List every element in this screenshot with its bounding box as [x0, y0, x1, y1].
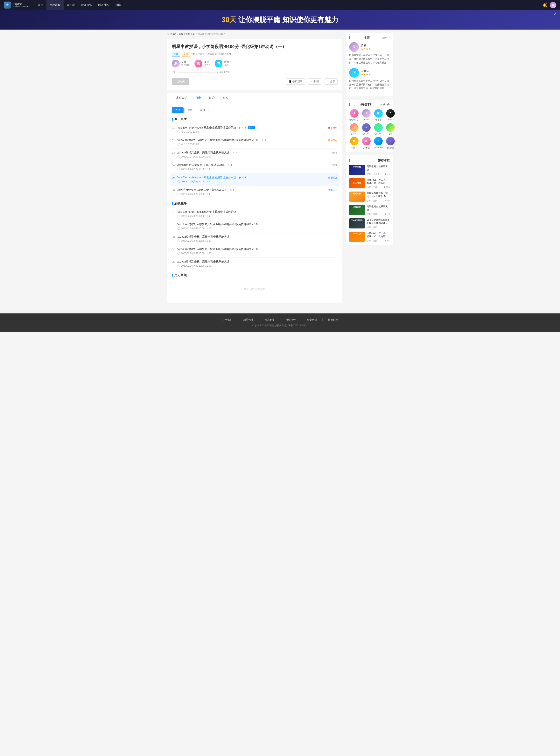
lesson-icon-edit-05[interactable]: ✎ — [242, 176, 244, 179]
nav-item-qa[interactable]: 问答社区 — [95, 0, 112, 10]
student-item-6[interactable]: 1 1567** — [361, 123, 372, 135]
bought-button[interactable]: 已购买 — [172, 78, 189, 85]
rec-course-4[interactable]: 全栈系统 高级电商全栈系统大课 讲师：冷峰 ♟ 40 — [349, 205, 390, 216]
teachers-sidebar-card: 名师 1/10 ‹ › 罗 罗静 ★★★★ — [346, 33, 393, 96]
footer-link-recruit[interactable]: 招资纳士 — [328, 318, 338, 322]
upcoming-num-05: 05 — [172, 260, 177, 263]
lesson-icon-edit-04[interactable]: ✎ — [228, 164, 229, 166]
student-item-12[interactable]: q qq_天涯 — [385, 137, 396, 149]
student-item-3[interactable]: 张 张小田 — [373, 109, 383, 121]
lesson-icon-edit-02[interactable]: ✎ — [262, 139, 263, 142]
nav-item-discover[interactable]: 发现课程 — [46, 0, 64, 10]
recommended-title: 推荐课程 — [349, 158, 390, 162]
lesson-status-01[interactable]: 直播中 — [328, 126, 338, 130]
student-item-8[interactable]: B Bill — [385, 123, 396, 135]
upcoming-lesson-04: 04 Vue全家桶实战 从零独立开发企业级小米电商系统(免费升级Vue3.0) … — [172, 245, 338, 258]
sub-tab-interview[interactable]: 面接 — [197, 107, 208, 113]
rec-course-6[interactable]: Java工具 玩转Java开发工具，精通JUC，成为开发多面手 讲师：岳田 ♟ … — [349, 232, 390, 242]
footer-link-about[interactable]: 关于我们 — [222, 318, 232, 322]
footer-link-disclaimer[interactable]: 免责声明 — [307, 318, 317, 322]
student-item-7[interactable]: 1 1867** — [373, 123, 383, 135]
footer-link-agent[interactable]: 加盟代理 — [243, 318, 253, 322]
course-actions: 已购买 📱 手机观看 ☆ 收藏 ↗ 分享 — [172, 78, 338, 85]
lesson-icon-play-05[interactable]: ▶ — [239, 176, 241, 179]
student-item-1[interactable]: 化 化学教书... — [349, 109, 359, 121]
breadcrumb-link-series[interactable]: 新媒体营销系列 — [179, 33, 195, 36]
lesson-icon-download-05[interactable]: ⬇ — [245, 176, 246, 179]
tab-intro[interactable]: 课程介绍 — [172, 93, 191, 103]
teacher-next-btn[interactable]: › — [389, 36, 390, 39]
mobile-watch-button[interactable]: 📱 手机观看 — [286, 78, 305, 84]
nav-logo[interactable]: 云朵课堂 yunduoketang.com — [4, 2, 29, 8]
tag-live: 直播 — [172, 52, 180, 57]
sub-tab-live[interactable]: 直播 — [172, 107, 183, 113]
nav-item-news[interactable]: 新闻资讯 — [78, 0, 95, 10]
lesson-icon-download-06[interactable]: ⬇ — [233, 188, 235, 191]
footer-link-partner[interactable]: 合作伙伴 — [286, 318, 296, 322]
nav-item-home[interactable]: 首页 — [35, 0, 46, 10]
share-icon: ↗ — [327, 80, 329, 83]
banner-close-button[interactable]: ✕ — [553, 12, 556, 16]
teacher-prev-btn[interactable]: ‹ — [387, 36, 388, 39]
rec-course-2[interactable]: Java开发 玩转Java开发工具，精通JUC，成为开发多面手 讲师：王峰 ♟ … — [349, 178, 390, 189]
sidebar-teacher-name-2: 宋利坚 — [361, 69, 371, 73]
tab-catalog[interactable]: 目录 — [191, 93, 205, 103]
student-item-9[interactable]: 熊 小熊熊 — [349, 137, 359, 149]
lesson-status-02: 即将开始 — [328, 139, 338, 142]
upcoming-title-05: 从Java后端到全栈，高级电商全栈系统大课 — [177, 260, 338, 263]
tag-record: 录播 — [182, 52, 190, 57]
rec-course-3[interactable]: 前端全栈 前端全栈加强版！前端全栈+全周期+多维应用 讲师：岳田 ♟ 56 — [349, 192, 390, 202]
lesson-icon-edit-03[interactable]: ✎ — [233, 151, 235, 154]
collect-button[interactable]: ☆ 收藏 — [308, 78, 321, 84]
notification-bell[interactable]: 🔔 — [542, 3, 547, 7]
student-item-2[interactable]: 1 1567** — [361, 109, 372, 121]
lesson-icon-edit-01[interactable]: ✎ — [242, 126, 244, 129]
sidebar-teacher-stars-1: ★★★★ — [361, 47, 371, 51]
student-item-10[interactable]: 狼 大笨狼 — [361, 137, 372, 149]
rec-course-1[interactable]: 电商全栈 高级电商全栈系统大课 讲师：张小锋 ♟ 34 — [349, 165, 390, 176]
rec-thumb-5: Vue管理后台 — [349, 218, 365, 228]
sub-tabs: 直播 录播 面接 — [172, 107, 338, 113]
student-item-11[interactable]: S Summers — [373, 137, 383, 149]
students-sidebar-card: 你的同学 ↺ 换一换 化 化学教书... 1 1567** 张 张小 — [346, 100, 393, 152]
lesson-status-05[interactable]: 查看回放 — [328, 176, 338, 179]
nav-item-problems[interactable]: 题库 — [112, 0, 124, 10]
student-item-4[interactable]: C Charles — [385, 109, 396, 121]
upcoming-title-01: Vue Element+Node.js开发企业通用管理后台系统 — [177, 210, 338, 214]
lesson-icon-download-02[interactable]: ⬇ — [264, 139, 266, 142]
footer-link-sitemap[interactable]: 网站地图 — [264, 318, 275, 322]
user-avatar[interactable]: U — [550, 2, 556, 8]
lesson-title-04: Java项目面试实操 提升大厂面试成功率 ✎ ⬇ — [177, 163, 327, 167]
student-item-5[interactable]: 1 1767** — [349, 123, 359, 135]
material-badge-01[interactable]: 资料 — [248, 126, 255, 129]
navbar: 云朵课堂 yunduoketang.com 首页 发现课程 公开课 新闻资讯 问… — [0, 0, 560, 10]
lesson-icon-play-01[interactable]: ▶ — [239, 126, 241, 129]
lesson-icon-download-01[interactable]: ⬇ — [245, 126, 246, 129]
rec-course-5[interactable]: Vue管理后台 Vue Element+Node.js开发企业通用管理后台系统 … — [349, 218, 390, 229]
tab-qa[interactable]: 问答 — [219, 93, 232, 103]
student-name-8: Bill — [385, 133, 396, 135]
student-name-4: Charles — [385, 118, 396, 121]
lesson-time-05: 🕐 2020/02/26 周四 10:00-11:00 — [177, 180, 324, 183]
upcoming-lesson-05: 05 从Java后端到全栈，高级电商全栈系统大课 🕐 2020/02/26 周四… — [172, 258, 338, 270]
lesson-link-05[interactable]: Vue Element+Node.js开发企业通用管理后台系统 — [177, 176, 236, 179]
lesson-icon-download-04[interactable]: ⬇ — [231, 164, 232, 166]
share-button[interactable]: ↗ 分享 — [324, 78, 338, 84]
breadcrumb-link-discover[interactable]: 发现课程 — [167, 33, 177, 36]
lesson-icon-edit-06[interactable]: ✎ — [230, 188, 232, 191]
upcoming-live-title: 后续直播 — [172, 201, 338, 205]
lesson-status-06[interactable]: 查看回放 — [328, 188, 338, 192]
refresh-students-button[interactable]: ↺ 换一换 — [380, 103, 390, 106]
nav-item-open[interactable]: 公开课 — [64, 0, 78, 10]
lesson-time-04: 🕐 2020/02/26 周四 10:00-11:00 — [177, 167, 327, 171]
lesson-num-03: 03 — [172, 151, 177, 154]
nav-item-more[interactable]: ... — [124, 0, 133, 10]
upcoming-num-02: 02 — [172, 223, 177, 226]
rec-meta-4: 讲师：冷峰 ♟ 40 — [367, 213, 390, 216]
lesson-icon-download-03[interactable]: ⬇ — [235, 151, 237, 154]
lesson-item-06: 06 跟随千万级项目从0到100全过程高效成长 ✎ ⬇ 🕐 2020/02/26… — [172, 186, 338, 198]
sub-tab-record[interactable]: 录播 — [184, 107, 196, 113]
lesson-title-03: 从Java后端到全栈，高级电商全栈系统大课 ✎ ⬇ — [177, 151, 327, 154]
rec-thumb-3: 前端全栈 — [349, 192, 365, 202]
tab-comments[interactable]: 评论 — [205, 93, 219, 103]
